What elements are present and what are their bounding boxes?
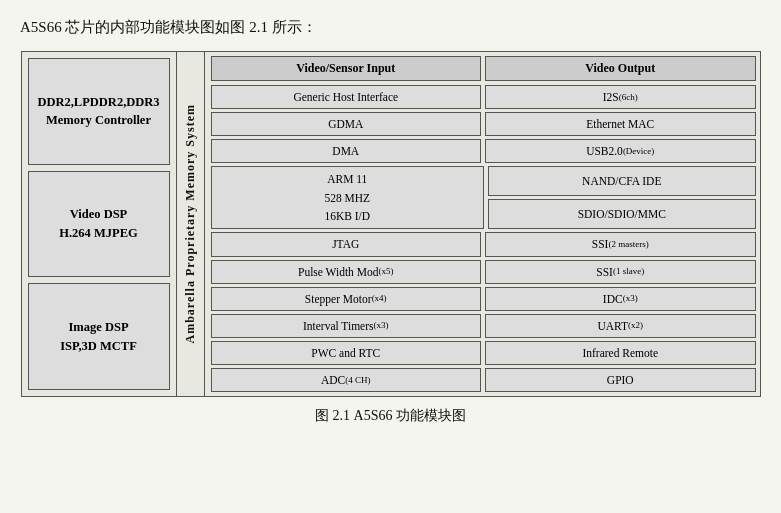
left-block-1: Video DSPH.264 MJPEG <box>28 171 170 278</box>
cell-nand: NAND/CFA IDE <box>488 166 756 196</box>
cell-arm: ARM 11528 MHZ16KB I/D <box>211 166 485 229</box>
cell-r3-r: USB2.0(Device) <box>485 139 756 163</box>
right-area: Video/Sensor Input Video Output Generic … <box>205 52 760 396</box>
row-2: GDMA Ethernet MAC <box>211 112 756 136</box>
figure-caption: 图 2.1 A5S66 功能模块图 <box>315 407 466 425</box>
row-7: Stepper Motor(x4) IDC(x3) <box>211 287 756 311</box>
vertical-label-text: Ambarella Proprietary Memory System <box>183 104 198 344</box>
left-block-2: Image DSPISP,3D MCTF <box>28 283 170 390</box>
cell-r3-l: DMA <box>211 139 482 163</box>
left-column: DDR2,LPDDR2,DDR3Memory Controller Video … <box>22 52 177 396</box>
cell-r8-l: Interval Timers(x3) <box>211 314 482 338</box>
cell-r1-r: I2S(6ch) <box>485 85 756 109</box>
left-block-0: DDR2,LPDDR2,DDR3Memory Controller <box>28 58 170 165</box>
row-6: Pulse Width Mod(x5) SSI(1 slave) <box>211 260 756 284</box>
cell-r6-l: Pulse Width Mod(x5) <box>211 260 482 284</box>
header-right: Video Output <box>485 56 756 81</box>
row-10: ADC(4 CH) GPIO <box>211 368 756 392</box>
cell-r10-l: ADC(4 CH) <box>211 368 482 392</box>
row-3: DMA USB2.0(Device) <box>211 139 756 163</box>
row-1: Generic Host Interface I2S(6ch) <box>211 85 756 109</box>
header-left: Video/Sensor Input <box>211 56 482 81</box>
row-8: Interval Timers(x3) UART(x2) <box>211 314 756 338</box>
row-5: JTAG SSI(2 masters) <box>211 232 756 256</box>
block-diagram: DDR2,LPDDR2,DDR3Memory Controller Video … <box>21 51 761 397</box>
cell-r6-r: SSI(1 slave) <box>485 260 756 284</box>
cell-r5-r: SSI(2 masters) <box>485 232 756 256</box>
intro-text: A5S66 芯片的内部功能模块图如图 2.1 所示： <box>20 18 317 37</box>
cell-r5-l: JTAG <box>211 232 482 256</box>
cell-r10-r: GPIO <box>485 368 756 392</box>
cell-r1-l: Generic Host Interface <box>211 85 482 109</box>
row-9: PWC and RTC Infrared Remote <box>211 341 756 365</box>
cell-sdio: SDIO/SDIO/MMC <box>488 199 756 229</box>
row-4: ARM 11528 MHZ16KB I/D NAND/CFA IDE SDIO/… <box>211 166 756 229</box>
header-row: Video/Sensor Input Video Output <box>211 56 756 81</box>
cell-r2-r: Ethernet MAC <box>485 112 756 136</box>
cell-r7-l: Stepper Motor(x4) <box>211 287 482 311</box>
vertical-label-container: Ambarella Proprietary Memory System <box>177 52 205 396</box>
cell-r8-r: UART(x2) <box>485 314 756 338</box>
cell-r7-r: IDC(x3) <box>485 287 756 311</box>
cell-r2-l: GDMA <box>211 112 482 136</box>
cell-r9-r: Infrared Remote <box>485 341 756 365</box>
cell-r9-l: PWC and RTC <box>211 341 482 365</box>
right-rows: Generic Host Interface I2S(6ch) GDMA Eth… <box>211 85 756 392</box>
